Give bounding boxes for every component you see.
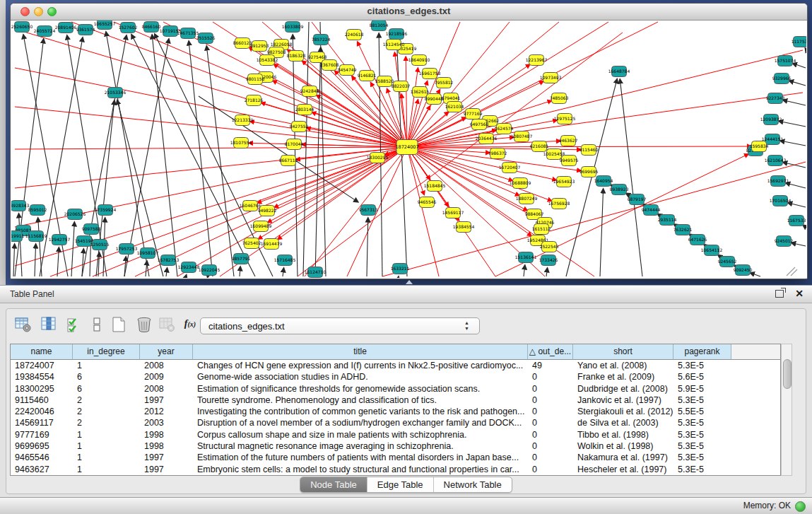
graph-edge[interactable] bbox=[57, 247, 59, 276]
table-cell[interactable]: Nakamura et al. (1997) bbox=[573, 452, 673, 463]
table-cell[interactable]: 9699695 bbox=[11, 440, 73, 452]
graph-edge[interactable] bbox=[302, 61, 407, 147]
column-header[interactable]: year bbox=[140, 344, 193, 360]
graph-edge[interactable] bbox=[152, 35, 177, 276]
graph-edge[interactable] bbox=[283, 268, 284, 276]
table-cell[interactable]: 2008 bbox=[140, 383, 193, 395]
graph-edge[interactable] bbox=[206, 46, 234, 276]
graph-edge[interactable] bbox=[600, 189, 604, 276]
create-column-icon[interactable] bbox=[108, 316, 129, 336]
table-scrollbar[interactable] bbox=[781, 344, 792, 476]
table-cell[interactable]: 1998 bbox=[140, 440, 193, 452]
table-cell[interactable]: 0 bbox=[528, 371, 573, 382]
graph-edge[interactable] bbox=[240, 267, 240, 276]
table-cell[interactable]: 1 bbox=[73, 440, 140, 452]
scrollbar-thumb[interactable] bbox=[783, 359, 792, 389]
table-cell[interactable]: 5.5E-5 bbox=[673, 406, 731, 417]
graph-edge[interactable] bbox=[780, 141, 806, 146]
table-cell[interactable]: 1 bbox=[73, 452, 140, 463]
table-cell[interactable]: 2003 bbox=[140, 417, 193, 428]
graph-edge[interactable] bbox=[367, 218, 368, 276]
table-cell[interactable]: 1997 bbox=[140, 395, 193, 406]
tab-network-table[interactable]: Network Table bbox=[434, 477, 512, 492]
column-header[interactable]: name bbox=[11, 344, 73, 360]
show-column-icon[interactable] bbox=[39, 316, 60, 336]
graph-edge[interactable] bbox=[546, 268, 548, 276]
delete-column-icon[interactable] bbox=[134, 316, 155, 336]
table-cell[interactable]: 0 bbox=[528, 464, 573, 475]
graph-edge[interactable] bbox=[15, 107, 407, 147]
table-cell[interactable]: 9463627 bbox=[11, 464, 73, 475]
table-cell[interactable]: 5.3E-5 bbox=[673, 395, 731, 406]
graph-edge[interactable] bbox=[396, 42, 407, 276]
table-cell[interactable]: 0 bbox=[528, 383, 573, 395]
column-header[interactable]: title bbox=[193, 344, 528, 360]
graph-edge[interactable] bbox=[250, 122, 407, 147]
graph-edge[interactable] bbox=[106, 32, 149, 276]
table-cell[interactable]: Disruption of a novel member of a sodium… bbox=[193, 417, 528, 428]
graph-edge[interactable] bbox=[750, 273, 760, 276]
table-cell[interactable]: Investigating the contribution of common… bbox=[193, 406, 528, 417]
table-cell[interactable]: 1997 bbox=[140, 452, 193, 463]
row-height-icon[interactable] bbox=[86, 316, 107, 336]
graph-edge[interactable] bbox=[35, 244, 36, 276]
table-cell[interactable]: Changes of HCN gene expression and I(f) … bbox=[193, 360, 528, 371]
tab-edge-table[interactable]: Edge Table bbox=[367, 477, 434, 492]
function-builder-icon[interactable]: f(x) bbox=[180, 318, 201, 338]
table-cell[interactable]: Estimation of significance thresholds fo… bbox=[193, 383, 528, 395]
column-header[interactable]: pagerank bbox=[673, 344, 731, 360]
delete-table-icon[interactable] bbox=[157, 316, 178, 336]
graph-edge[interactable] bbox=[124, 39, 169, 276]
table-cell[interactable]: Hescheler et al. (1997) bbox=[573, 464, 673, 475]
table-cell[interactable]: 5.3E-5 bbox=[673, 429, 731, 440]
graph-edge[interactable] bbox=[792, 64, 806, 68]
table-cell[interactable]: 0 bbox=[528, 417, 573, 428]
table-cell[interactable]: 19384554 bbox=[11, 371, 73, 382]
table-cell[interactable]: 0 bbox=[528, 452, 573, 463]
table-cell[interactable]: 9777169 bbox=[11, 429, 73, 440]
table-cell[interactable]: Embryonic stem cells: a model to study s… bbox=[193, 464, 528, 475]
table-cell[interactable]: Genome-wide association studies in ADHD. bbox=[193, 371, 528, 382]
table-cell[interactable]: Tibbo et al. (1998) bbox=[573, 429, 673, 440]
table-cell[interactable]: Wolkin et al. (1998) bbox=[573, 440, 673, 452]
table-cell[interactable]: Franke et al. (2009) bbox=[573, 371, 673, 382]
graph-edge[interactable] bbox=[620, 79, 642, 276]
table-cell[interactable]: 2012 bbox=[140, 406, 193, 417]
table-cell[interactable]: 2 bbox=[73, 417, 140, 428]
table-cell[interactable]: 5.3E-5 bbox=[673, 452, 731, 463]
graph-edge[interactable] bbox=[15, 147, 407, 266]
table-cell[interactable]: 9465546 bbox=[11, 452, 73, 463]
graph-edge[interactable] bbox=[146, 261, 147, 276]
select-rows-icon[interactable] bbox=[64, 316, 86, 336]
table-cell[interactable]: 6 bbox=[73, 371, 140, 382]
table-cell[interactable]: 5.3E-5 bbox=[673, 360, 731, 371]
table-cell[interactable]: 2009 bbox=[140, 371, 193, 382]
network-canvas[interactable]: 2526065024055724208914069361574106552571… bbox=[11, 21, 806, 278]
column-header[interactable]: short bbox=[573, 344, 673, 360]
table-cell[interactable]: 2008 bbox=[140, 360, 193, 371]
table-cell[interactable]: 2 bbox=[73, 395, 140, 406]
table-cell[interactable]: 18724007 bbox=[11, 360, 73, 371]
float-panel-icon[interactable] bbox=[775, 290, 784, 298]
graph-edge[interactable] bbox=[38, 218, 42, 276]
column-header[interactable]: △ out_de... bbox=[528, 344, 573, 360]
graph-edge[interactable] bbox=[13, 244, 15, 276]
table-cell[interactable]: 14569117 bbox=[11, 417, 73, 428]
table-cell[interactable]: 5.6E-5 bbox=[673, 371, 731, 382]
table-cell[interactable]: 1 bbox=[73, 429, 140, 440]
graph-edge[interactable] bbox=[779, 121, 806, 127]
table-cell[interactable]: Structural magnetic resonance image aver… bbox=[193, 440, 528, 452]
table-cell[interactable]: 9115460 bbox=[11, 395, 73, 406]
table-cell[interactable]: 18300295 bbox=[11, 383, 73, 395]
window-titlebar[interactable]: citations_edges.txt bbox=[11, 4, 807, 21]
table-cell[interactable]: 22420046 bbox=[11, 406, 73, 417]
table-cell[interactable]: 1998 bbox=[140, 429, 193, 440]
graph-edge[interactable] bbox=[789, 81, 806, 86]
table-cell[interactable]: 5.3E-5 bbox=[673, 464, 731, 475]
table-cell[interactable]: 2 bbox=[73, 406, 140, 417]
network-graph[interactable]: 2526065024055724208914069361574106552571… bbox=[11, 21, 806, 278]
table-selector-dropdown[interactable]: citations_edges.txt ▲▼ bbox=[200, 317, 480, 334]
graph-edge[interactable] bbox=[315, 47, 321, 276]
table-cell[interactable]: 0 bbox=[528, 440, 573, 452]
table-cell[interactable]: 5.3E-5 bbox=[673, 440, 731, 452]
